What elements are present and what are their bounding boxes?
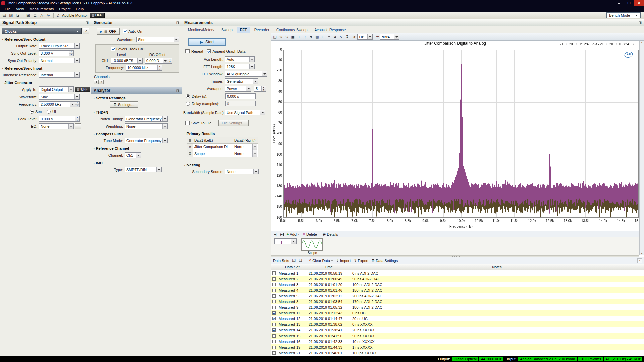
export-button[interactable]: ⇧ Export: [354, 258, 368, 263]
zoom-out-icon[interactable]: ⊖: [284, 34, 290, 40]
pan-icon[interactable]: +: [296, 34, 302, 40]
markers-icon[interactable]: ▼: [308, 34, 314, 40]
jitter-frequency-select[interactable]: 2.50000 kHz: [39, 101, 75, 107]
dataset-row[interactable]: Measured 821.06.2019 01:03:54170 ns ADI-…: [271, 299, 644, 304]
eq-browse-icon[interactable]: …: [75, 123, 81, 129]
dataset-checkbox[interactable]: [272, 311, 276, 315]
spinner[interactable]: [261, 86, 266, 91]
maximize-icon[interactable]: ❐: [624, 0, 634, 6]
delay-samples-radio[interactable]: [186, 102, 190, 106]
ch1-level-select[interactable]: -3.000 dBFS: [111, 58, 143, 64]
bandwidth-select[interactable]: Use Signal Path: [225, 110, 265, 115]
dataset-checkbox[interactable]: [272, 289, 276, 292]
datasets-scroll-up-icon[interactable]: ▴: [637, 258, 642, 263]
data-settings-button[interactable]: ⚙ Data Settings: [371, 258, 398, 263]
jitter-unit-sec-radio[interactable]: [30, 110, 34, 114]
repeat-checkbox[interactable]: [185, 49, 190, 53]
timebase-reference-select[interactable]: Internal: [39, 72, 80, 78]
file-settings-button[interactable]: File Settings...: [218, 120, 249, 126]
dataset-checkbox[interactable]: [272, 272, 276, 275]
generator-waveform-select[interactable]: Sine: [136, 37, 179, 42]
bench-mode-button[interactable]: Bench Mode: [606, 12, 641, 18]
y-axis-unit-select[interactable]: dBrA: [380, 34, 399, 40]
result-2-name-field[interactable]: Scope: [193, 150, 233, 157]
time-column-header[interactable]: Time: [308, 264, 350, 270]
tab-fft[interactable]: FFT: [237, 27, 250, 33]
add-measurement-icon[interactable]: ⊞: [25, 12, 31, 18]
cursors-icon[interactable]: ↕: [302, 34, 308, 40]
dataset-row[interactable]: Measured 1421.06.2019 01:38:4120 ns XXXX…: [271, 327, 644, 333]
regulation-icon[interactable]: ◬: [39, 12, 45, 18]
tab-acoustic-response[interactable]: Acoustic Response: [311, 27, 349, 33]
ch1-dc-offset-select[interactable]: 0.000 D: [145, 58, 168, 64]
uncheck-all-icon[interactable]: ☐: [299, 258, 302, 263]
menu-view[interactable]: View: [13, 7, 27, 11]
dataset-row[interactable]: Measured 1321.06.2019 01:38:020 ns XXXXX: [271, 321, 644, 327]
dock-panel-icon[interactable]: ◨: [86, 21, 89, 24]
menu-help[interactable]: Help: [73, 7, 86, 11]
generator-on-off-button[interactable]: ▶ ▦ OFF: [97, 28, 120, 35]
sync-out-polarity-select[interactable]: Normal: [39, 58, 80, 63]
result-2-right-select[interactable]: None: [233, 150, 257, 157]
save-to-file-checkbox[interactable]: [185, 121, 190, 125]
add-result-button[interactable]: + Add: [287, 232, 300, 236]
trigger-select[interactable]: Generator: [225, 78, 258, 84]
import-button[interactable]: ⇩ Import: [336, 258, 351, 263]
x-axis-unit-select[interactable]: Hz: [357, 34, 373, 40]
axes-icon[interactable]: ∟: [320, 34, 326, 40]
fft-length-select[interactable]: 128K: [225, 64, 255, 69]
imd-type-select[interactable]: SMPTE/DIN: [125, 167, 162, 172]
close-icon[interactable]: ✕: [634, 0, 644, 6]
export-graph-icon[interactable]: ↧: [344, 34, 350, 40]
save-project-icon[interactable]: ◪: [15, 12, 21, 18]
dataset-row[interactable]: Measured 921.06.2019 01:05:32180 ns ADI-…: [271, 304, 644, 310]
channel-1-toggle[interactable]: ▮: [94, 80, 99, 84]
dataset-checkbox[interactable]: [272, 351, 276, 355]
averages-count-field[interactable]: 5: [254, 86, 266, 92]
trace-style-icon[interactable]: ∿: [338, 34, 344, 40]
dataset-row[interactable]: Measured 1921.06.2019 01:44:331 ns XXXXX: [271, 344, 644, 350]
remove-result-icon[interactable]: ⊠: [187, 144, 193, 150]
dataset-checkbox[interactable]: [272, 323, 276, 326]
start-button[interactable]: ▶ Start: [188, 38, 226, 46]
tab-monitors-meters[interactable]: Monitors/Meters: [185, 27, 217, 33]
spinner[interactable]: [69, 51, 73, 56]
details-button[interactable]: ◉ Details: [323, 232, 338, 236]
weighting-select[interactable]: None: [125, 123, 168, 129]
menu-project[interactable]: Project: [56, 7, 73, 11]
fft-spectrum-chart[interactable]: [271, 41, 639, 231]
reference-channel-select[interactable]: Ch1: [125, 152, 141, 158]
dataset-row[interactable]: Measured 521.06.2019 01:02:11200 ns ADI-…: [271, 293, 644, 299]
menu-measurements[interactable]: Measurements: [26, 7, 56, 11]
menu-file[interactable]: File: [2, 7, 13, 11]
minimize-icon[interactable]: –: [614, 0, 624, 6]
grid-icon[interactable]: ▦: [314, 34, 320, 40]
spinner[interactable]: [157, 65, 162, 70]
delay-seconds-field[interactable]: 0.000 s: [225, 93, 256, 99]
delay-samples-field[interactable]: 0: [225, 101, 256, 106]
jitter-unit-ui-radio[interactable]: [47, 110, 51, 114]
levels-track-checkbox[interactable]: [111, 47, 115, 51]
annotate-icon[interactable]: A: [332, 34, 338, 40]
sequence-mode-icon[interactable]: ≣: [32, 12, 38, 18]
last-result-icon[interactable]: ▶: [280, 233, 284, 236]
dataset-checkbox[interactable]: [272, 277, 276, 281]
zoom-fit-icon[interactable]: ▣: [290, 34, 296, 40]
clocks-selector[interactable]: Clocks: [2, 28, 82, 34]
dataset-row[interactable]: Measured 121.06.2019 00:58:190 ns ADI-2 …: [271, 270, 644, 276]
eq-select[interactable]: None: [39, 123, 74, 129]
secondary-source-select[interactable]: None: [225, 169, 259, 174]
jitter-waveform-select[interactable]: Sine: [39, 94, 80, 100]
tab-recorder[interactable]: Recorder: [251, 27, 272, 33]
output-rate-select[interactable]: Track Output SR: [39, 43, 80, 49]
peak-level-field[interactable]: 0.000 s: [39, 116, 80, 122]
auto-on-checkbox[interactable]: [123, 29, 127, 33]
apply-to-select[interactable]: Digital Output: [39, 86, 74, 92]
fft-window-select[interactable]: AP-Equiripple: [225, 71, 267, 77]
tab-continuous-sweep[interactable]: Continuous Sweep: [273, 27, 310, 33]
averages-mode-select[interactable]: Power: [225, 86, 251, 92]
spinner[interactable]: [75, 116, 79, 121]
check-all-icon[interactable]: ☑: [292, 258, 296, 263]
legend-icon[interactable]: ≡: [326, 34, 332, 40]
result-thumbnail[interactable]: Scope: [301, 238, 323, 254]
